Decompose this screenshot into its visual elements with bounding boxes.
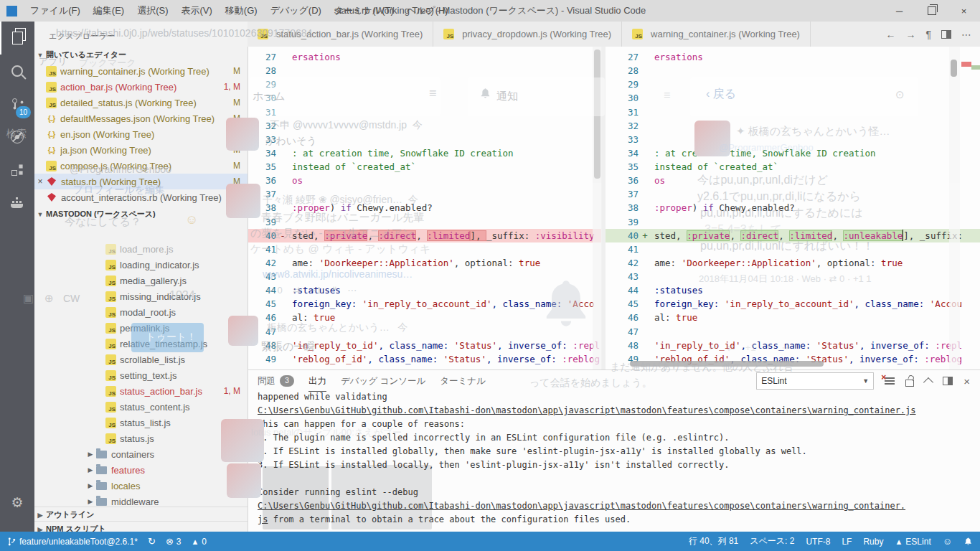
code-line-34[interactable]: 34: at creation time, Snowflake ID creat…: [248, 146, 601, 160]
panel-tab-出力[interactable]: 出力: [308, 370, 326, 392]
tree-item-status_content.js[interactable]: JSstatus_content.js: [34, 399, 248, 415]
tree-item-setting_text.js[interactable]: JSsetting_text.js: [34, 367, 248, 383]
output-content[interactable]: happened while validatingC:\Users\Genbu\…: [258, 390, 973, 529]
open-editor-item[interactable]: {..}defaultMessages.json (Working Tree)M: [34, 110, 248, 126]
output-file-link[interactable]: C:\Users\Genbu\GitHub\github.com\Itabash…: [258, 405, 916, 415]
activity-extensions-button[interactable]: [0, 154, 34, 187]
outline-header[interactable]: ▶アウトライン: [34, 507, 248, 522]
restore-button[interactable]: [915, 0, 948, 22]
settings-button[interactable]: ⚙: [0, 486, 34, 519]
indentation[interactable]: スペース: 2: [750, 532, 794, 551]
tree-item-status_action_bar.js[interactable]: JSstatus_action_bar.js1, M: [34, 383, 248, 399]
clear-output-button[interactable]: [885, 377, 895, 385]
tree-item-status_list.js[interactable]: JSstatus_list.js: [34, 415, 248, 430]
output-channel-select[interactable]: ESLint▼: [756, 372, 874, 390]
open-editor-item[interactable]: {..}en.json (Working Tree)M: [34, 126, 248, 142]
npm-scripts-header[interactable]: ▶NPM スクリプト: [34, 521, 248, 532]
open-editor-item[interactable]: JSdetailed_status.js (Working Tree)M: [34, 95, 248, 110]
code-line-42[interactable]: 42ame: 'Doorkeeper::Application', option…: [248, 256, 601, 270]
minimize-button[interactable]: ─: [883, 0, 915, 22]
right-pane-scrollbar[interactable]: [949, 47, 960, 369]
tree-item-locales[interactable]: ▶locales: [34, 478, 248, 494]
maximize-panel-button[interactable]: [923, 377, 933, 387]
code-line-41[interactable]: 41: [248, 242, 601, 256]
open-editor-item[interactable]: account_interactions.rb (Working Tree): [34, 189, 248, 205]
more-actions-button[interactable]: ⋯: [961, 29, 971, 40]
close-button[interactable]: ×: [948, 0, 980, 22]
code-line-31[interactable]: 31: [248, 105, 601, 119]
output-file-link[interactable]: C:\Users\Genbu\GitHub\github.com\Itabash…: [258, 501, 905, 511]
sync-button[interactable]: ↻: [148, 532, 156, 551]
panel-tab-ターミナル[interactable]: ターミナル: [440, 370, 486, 392]
code-line-48[interactable]: 48'in_reply_to_id', class_name: 'Status'…: [606, 339, 980, 352]
menu-編集(E)[interactable]: 編集(E): [87, 0, 131, 22]
code-line-28[interactable]: 28: [248, 64, 601, 77]
error-count[interactable]: ⊗3: [166, 532, 182, 551]
code-line-35[interactable]: 35instead of `created_at`: [248, 160, 601, 174]
tree-item-load_more.js[interactable]: JSload_more.js: [34, 241, 248, 257]
output-file-link[interactable]: js: [258, 514, 268, 524]
open-editor-item[interactable]: JSaction_bar.js (Working Tree)1, M: [34, 79, 248, 95]
workspace-header[interactable]: ▼MASTODON (ワークスペース): [34, 207, 248, 221]
tree-item-scrollable_list.js[interactable]: JSscrollable_list.js: [34, 352, 248, 367]
tree-item-modal_root.js[interactable]: JSmodal_root.js: [34, 304, 248, 320]
lock-scroll-button[interactable]: [905, 380, 914, 387]
menu-移動(G)[interactable]: 移動(G): [219, 0, 264, 22]
menu-表示(V)[interactable]: 表示(V): [175, 0, 219, 22]
feedback-smiley[interactable]: ☺: [943, 532, 952, 551]
code-line-32[interactable]: 32: [248, 119, 601, 133]
code-line-41[interactable]: 41: [606, 242, 980, 256]
tree-item-loading_indicator.js[interactable]: JSloading_indicator.js: [34, 257, 248, 273]
code-line-30[interactable]: 30: [606, 91, 980, 105]
code-line-44[interactable]: 44:statuses: [248, 283, 601, 297]
open-editors-header[interactable]: ▼開いているエディター: [34, 47, 248, 62]
tree-item-middleware[interactable]: ▶middleware: [34, 494, 248, 507]
tab-status_action_bar.js (Working Tree)[interactable]: JSstatus_action_bar.js (Working Tree): [248, 22, 433, 47]
branch-indicator[interactable]: feature/unleakableToot@2.6.1*: [7, 532, 138, 551]
activity-search-button[interactable]: [0, 55, 34, 88]
panel-tab-問題[interactable]: 問題3: [258, 370, 294, 392]
code-line-36[interactable]: 36os: [248, 174, 601, 187]
tree-item-containers[interactable]: ▶containers: [34, 446, 248, 462]
code-line-27[interactable]: 27ersations: [606, 50, 980, 64]
tab-privacy_dropdown.js (Working Tree)[interactable]: JSprivacy_dropdown.js (Working Tree): [433, 22, 622, 47]
eslint-status[interactable]: ▲ESLint: [895, 532, 930, 551]
menu-ファイル(F)[interactable]: ファイル(F): [24, 0, 87, 22]
code-line-37[interactable]: 37: [248, 187, 601, 201]
language-mode[interactable]: Ruby: [863, 532, 883, 551]
tree-item-relative_timestamp.js[interactable]: JSrelative_timestamp.js: [34, 336, 248, 352]
code-line-38[interactable]: 38:proper) if Chewy.enabled?: [248, 201, 601, 215]
tree-item-missing_indicator.js[interactable]: JSmissing_indicator.js: [34, 288, 248, 304]
code-line-28[interactable]: 28: [606, 64, 980, 77]
activity-explorer-button[interactable]: [0, 22, 34, 55]
menu-ヘルプ(H)[interactable]: ヘルプ(H): [400, 0, 455, 22]
code-line-38[interactable]: 38:proper) if Chewy.enabled?: [606, 201, 980, 215]
close-icon[interactable]: ×: [34, 176, 46, 187]
code-line-46[interactable]: 46al: true: [248, 311, 601, 324]
code-line-46[interactable]: 46al: true: [606, 311, 980, 324]
encoding[interactable]: UTF-8: [806, 532, 830, 551]
open-editor-item[interactable]: ×status.rb (Working Tree)M: [34, 174, 248, 189]
code-line-34[interactable]: 34: at creation time, Snowflake ID creat…: [606, 146, 980, 160]
code-line-42[interactable]: 42ame: 'Doorkeeper::Application', option…: [606, 256, 980, 270]
panel-tab-デバッグ コンソール[interactable]: デバッグ コンソール: [341, 370, 425, 392]
notifications-bell[interactable]: [963, 532, 973, 551]
code-line-45[interactable]: 45foreign_key: 'in_reply_to_account_id',…: [248, 297, 601, 311]
code-line-29[interactable]: 29: [606, 77, 980, 91]
code-line-33[interactable]: 33: [606, 133, 980, 146]
diff-modified-pane[interactable]: 27ersations28293031323334: at creation t…: [606, 47, 980, 369]
code-line-47[interactable]: 47: [248, 325, 601, 339]
open-editor-item[interactable]: JSwarning_container.js (Working Tree)M: [34, 63, 248, 79]
code-line-39[interactable]: 39: [248, 215, 601, 229]
horizontal-scrollbar[interactable]: [630, 361, 824, 367]
code-line-36[interactable]: 36os: [606, 174, 980, 187]
warning-count[interactable]: ▲0: [191, 532, 207, 551]
tab-warning_container.js (Working Tree)[interactable]: JSwarning_container.js (Working Tree): [622, 22, 811, 47]
open-editor-item[interactable]: JScompose.js (Working Tree)M: [34, 158, 248, 174]
activity-docker-button[interactable]: [0, 187, 34, 220]
tree-item-features[interactable]: ▶features: [34, 462, 248, 478]
activity-source-control-button[interactable]: 10: [0, 88, 34, 121]
activity-debug-button[interactable]: [0, 121, 34, 154]
code-line-43[interactable]: 43: [248, 270, 601, 283]
code-line-48[interactable]: 48'in_reply_to_id', class_name: 'Status'…: [248, 339, 601, 352]
